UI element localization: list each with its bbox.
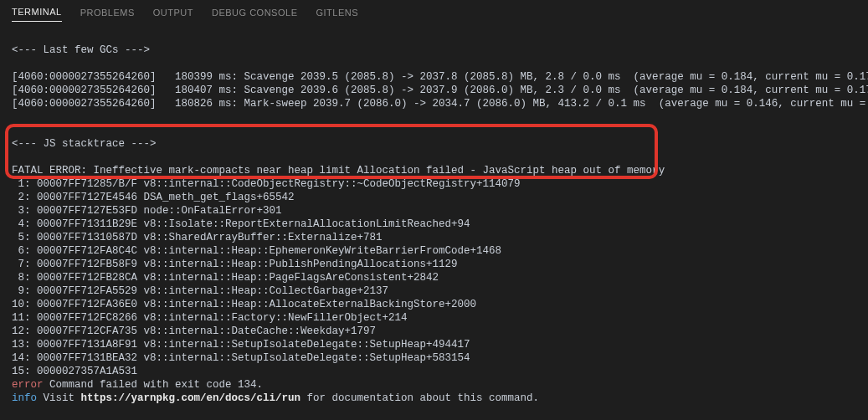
stack-frame: 15: 0000027357A1A531 (12, 366, 137, 377)
info-text: Visit (37, 392, 81, 404)
panel-tabbar: TERMINAL PROBLEMS OUTPUT DEBUG CONSOLE G… (0, 0, 868, 23)
info-text: for documentation about this command. (300, 392, 539, 404)
terminal-output[interactable]: <--- Last few GCs ---> [4060:00000273552… (0, 23, 868, 412)
gc-line: [4060:0000027355264260] 180407 ms: Scave… (12, 85, 868, 96)
stack-frame: 1: 00007FF71285/B/F v8::internal::CodeOb… (12, 178, 521, 190)
tab-gitlens[interactable]: GITLENS (316, 3, 358, 22)
error-label: error (12, 379, 44, 391)
fatal-error-line: FATAL ERROR: Ineffective mark-compacts n… (12, 165, 665, 177)
stacktrace-header: <--- JS stacktrace ---> (12, 138, 157, 150)
gc-line: [4060:0000027355264260] 180826 ms: Mark-… (12, 98, 868, 110)
stack-frame: 5: 00007FF71310587D v8::SharedArrayBuffe… (12, 232, 383, 243)
gc-line: [4060:0000027355264260] 180399 ms: Scave… (12, 71, 868, 83)
tab-debug-console[interactable]: DEBUG CONSOLE (212, 3, 297, 22)
error-message: Command failed with exit code 134. (44, 379, 264, 391)
stack-frame: 9: 00007FF712FA5529 v8::internal::Heap::… (12, 285, 388, 297)
stack-frame: 10: 00007FF712FA36E0 v8::internal::Heap:… (12, 299, 476, 310)
stack-frame: 14: 00007FF7131BEA32 v8::internal::Setup… (12, 352, 470, 364)
stack-frame: 13: 00007FF7131A8F91 v8::internal::Setup… (12, 339, 470, 351)
gc-header: <--- Last few GCs ---> (12, 44, 150, 56)
stack-frame: 11: 00007FF712FC8266 v8::internal::Facto… (12, 312, 408, 324)
tab-problems[interactable]: PROBLEMS (80, 3, 135, 22)
error-line: error Command failed with exit code 134. (12, 379, 263, 391)
stack-frame: 8: 00007FF712FB28CA v8::internal::Heap::… (12, 272, 439, 284)
tab-terminal[interactable]: TERMINAL (12, 2, 62, 22)
tab-output[interactable]: OUTPUT (153, 3, 193, 22)
info-line: info Visit https://yarnpkg.com/en/docs/c… (12, 392, 539, 404)
stack-frame: 7: 00007FF712FB58F9 v8::internal::Heap::… (12, 259, 458, 270)
info-label: info (12, 392, 37, 404)
info-url: https://yarnpkg.com/en/docs/cli/run (81, 392, 301, 404)
stack-frame: 3: 00007FF7127E53FD node::OnFatalError+3… (12, 205, 282, 217)
stack-frame: 12: 00007FF712CFA735 v8::internal::DateC… (12, 325, 376, 337)
stack-frame: 2: 00007FF7127E4546 DSA_meth_get_flags+6… (12, 192, 295, 203)
stack-frame: 4: 00007FF71311B29E v8::Isolate::ReportE… (12, 218, 470, 230)
stack-frame: 6: 00007FF712FA8C4C v8::internal::Heap::… (12, 245, 501, 257)
